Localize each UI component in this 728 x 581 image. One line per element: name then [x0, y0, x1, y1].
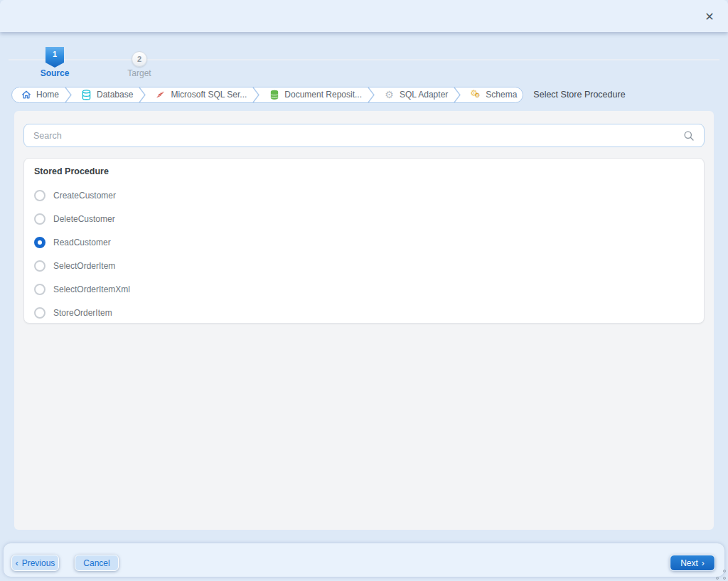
radio-unselected-icon[interactable] [34, 190, 46, 201]
breadcrumb-label: Database [97, 90, 133, 100]
procedure-option-selectorderitem[interactable]: SelectOrderItem [34, 254, 694, 277]
chevron-separator-icon [368, 87, 375, 103]
procedure-label: ReadCustomer [53, 238, 111, 247]
close-icon[interactable]: ✕ [703, 11, 716, 23]
panel-title: Stored Procedure [34, 166, 694, 176]
procedure-label: CreateCustomer [53, 191, 116, 201]
procedure-option-storeorderitem[interactable]: StoreOrderItem [34, 301, 694, 324]
stepper-connector-line [9, 59, 719, 60]
current-step-title: Select Store Procedure [533, 90, 625, 100]
wizard-stepper: 1 Source 2 Target [0, 41, 728, 80]
step-target-badge[interactable]: 2 [132, 51, 147, 67]
chevron-separator-icon [454, 87, 461, 103]
previous-button-label: Previous [22, 558, 55, 568]
cancel-button-label: Cancel [83, 558, 109, 568]
resize-grip[interactable] [716, 570, 726, 580]
database-icon [81, 90, 92, 100]
step-source-badge[interactable]: 1 [46, 47, 64, 68]
radio-unselected-icon[interactable] [34, 307, 46, 319]
chevron-right-icon: › [702, 559, 705, 567]
procedure-option-createcustomer[interactable]: CreateCustomer [34, 183, 694, 207]
step-source-label: Source [26, 68, 83, 78]
breadcrumb-item-sql-adapter[interactable]: ⚙ SQL Adapter [375, 87, 454, 102]
stored-procedure-panel: Stored Procedure CreateCustomer DeleteCu… [23, 158, 705, 324]
chevron-left-icon: ‹ [16, 559, 18, 567]
step-target-label: Target [111, 68, 168, 78]
breadcrumb-label: Home [36, 90, 59, 100]
schema-gears-icon: ⚙⚙ [470, 90, 481, 100]
home-icon [21, 90, 31, 100]
radio-unselected-icon[interactable] [34, 260, 46, 272]
procedure-option-readcustomer[interactable]: ReadCustomer [34, 230, 694, 254]
main-content: Stored Procedure CreateCustomer DeleteCu… [14, 111, 714, 530]
procedure-label: SelectOrderItemXml [53, 284, 130, 294]
breadcrumb-item-database[interactable]: Database [73, 87, 139, 102]
search-box [23, 124, 705, 147]
breadcrumb-item-schema[interactable]: ⚙⚙ Schema [461, 87, 523, 102]
breadcrumb-label: SQL Adapter [400, 90, 448, 100]
procedure-option-selectorderitemxml[interactable]: SelectOrderItemXml [34, 277, 694, 301]
radio-unselected-icon[interactable] [34, 284, 46, 295]
search-icon[interactable] [683, 130, 695, 142]
chevron-separator-icon [139, 87, 146, 103]
breadcrumb: Home Database Microsoft SQL Ser... Docum… [11, 86, 626, 103]
gear-icon: ⚙ [384, 90, 395, 100]
breadcrumb-item-sql-server[interactable]: Microsoft SQL Ser... [146, 87, 252, 102]
breadcrumb-item-home[interactable]: Home [12, 87, 65, 102]
procedure-label: StoreOrderItem [53, 308, 112, 318]
previous-button[interactable]: ‹ Previous [11, 555, 59, 571]
breadcrumb-item-document-repository[interactable]: Document Reposit... [260, 87, 368, 102]
cancel-button[interactable]: Cancel [75, 555, 119, 571]
breadcrumb-label: Schema [486, 90, 517, 100]
sql-server-flag-icon [155, 90, 166, 100]
radio-selected-icon[interactable] [34, 237, 46, 248]
breadcrumb-pill: Home Database Microsoft SQL Ser... Docum… [11, 87, 523, 103]
document-repository-icon [269, 90, 279, 100]
title-bar: ✕ [0, 0, 728, 32]
chevron-separator-icon [65, 87, 73, 103]
procedure-label: DeleteCustomer [53, 214, 115, 224]
radio-unselected-icon[interactable] [34, 213, 46, 225]
next-button[interactable]: Next › [670, 555, 715, 571]
search-input[interactable] [33, 131, 683, 141]
next-button-label: Next [680, 558, 698, 568]
chevron-separator-icon [252, 87, 260, 103]
footer-bar: ‹ Previous Cancel Next › [4, 543, 724, 577]
procedure-option-deletecustomer[interactable]: DeleteCustomer [34, 207, 694, 230]
procedure-label: SelectOrderItem [53, 261, 115, 271]
breadcrumb-label: Document Reposit... [284, 90, 362, 100]
breadcrumb-label: Microsoft SQL Ser... [171, 90, 247, 100]
